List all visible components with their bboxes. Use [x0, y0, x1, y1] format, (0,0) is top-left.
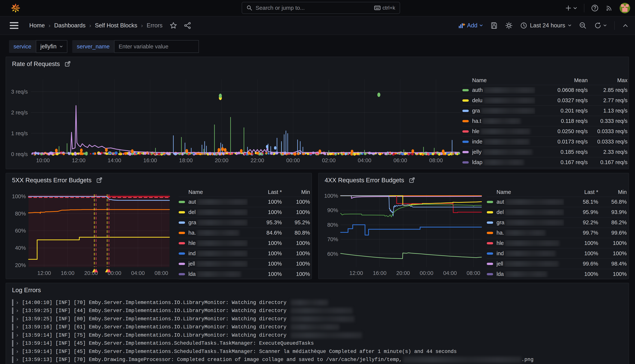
- 5xx-chart[interactable]: [29, 194, 170, 268]
- variable-service-value-dropdown[interactable]: jellyfin: [36, 40, 67, 53]
- redacted-series-name: [197, 240, 248, 246]
- new-button[interactable]: [565, 5, 577, 11]
- breadcrumb-current: Errors: [147, 22, 163, 29]
- series-name: ldap: [472, 159, 535, 166]
- legend-row[interactable]: jell100%100%: [179, 259, 310, 269]
- star-icon[interactable]: [170, 22, 177, 29]
- time-range-label: Last 24 hours: [530, 22, 565, 29]
- collapse-header-icon[interactable]: [622, 23, 628, 28]
- settings-gear-icon[interactable]: [505, 22, 513, 29]
- legend-col-name[interactable]: Name: [496, 189, 564, 195]
- legend-row[interactable]: gra95.3%95.2%: [179, 218, 310, 228]
- zoom-out-icon[interactable]: [579, 22, 586, 29]
- hamburger-icon: [10, 22, 19, 23]
- legend-row[interactable]: gra92.2%86.2%: [487, 218, 627, 228]
- log-level-bar: [12, 307, 13, 314]
- legend-row[interactable]: delu0.0327 req/s2.77 req/s: [462, 96, 627, 106]
- series-color-pill: [179, 252, 185, 255]
- legend-row[interactable]: aut100%100%: [179, 197, 310, 207]
- legend-rate: NameMeanMaxauth0.0608 req/s2.85 req/sdel…: [462, 76, 627, 168]
- legend-row[interactable]: jell99.6%98.4%: [487, 259, 627, 269]
- expand-log-icon[interactable]: ›: [16, 308, 19, 314]
- legend-row[interactable]: inde0.0173 req/s0.0333 req/s: [462, 137, 627, 147]
- legend-value-1: 0.185 req/s: [535, 149, 588, 155]
- legend-row[interactable]: ha.t0.118 req/s0.333 req/s: [462, 116, 627, 126]
- expand-log-icon[interactable]: ›: [16, 356, 19, 363]
- legend-value-2: 95.2%: [282, 220, 310, 226]
- news-button[interactable]: [605, 4, 613, 12]
- external-link-icon: [97, 177, 103, 183]
- legend-col-2[interactable]: Min: [598, 189, 627, 195]
- legend-row[interactable]: auth0.0608 req/s2.85 req/s: [462, 85, 627, 96]
- expand-log-icon[interactable]: ›: [16, 324, 19, 330]
- expand-log-icon[interactable]: ›: [16, 340, 19, 346]
- dashboard-quick-actions: [170, 22, 191, 29]
- search-input[interactable]: Search or jump to... ctrl+k: [242, 2, 400, 14]
- breadcrumb-folder[interactable]: Self Host Blocks: [95, 22, 137, 29]
- legend-row[interactable]: del95.9%93.9%: [487, 207, 627, 218]
- legend-row[interactable]: aut58.1%56.8%: [487, 197, 627, 207]
- legend-row[interactable]: lda100%100%: [487, 269, 627, 280]
- menu-toggle-button[interactable]: [10, 22, 19, 29]
- legend-col-2[interactable]: Max: [588, 77, 627, 84]
- legend-col-1[interactable]: Last *: [564, 189, 598, 195]
- refresh-button[interactable]: [594, 22, 607, 29]
- redacted-series-name: [482, 118, 521, 124]
- help-button[interactable]: [591, 4, 598, 12]
- legend-row[interactable]: del100%100%: [179, 207, 310, 218]
- expand-log-icon[interactable]: ›: [16, 332, 19, 338]
- log-row[interactable]: ›[13:59:25] [INF] [80] Emby.Server.Imple…: [12, 315, 625, 323]
- legend-row[interactable]: jelly0.185 req/s2.33 req/s: [462, 147, 627, 157]
- legend-row[interactable]: hle0.0250 req/s0.0333 req/s: [462, 126, 627, 137]
- legend-value-2: 56.8%: [598, 199, 627, 205]
- legend-value-2: 0.167 req/s: [588, 159, 627, 166]
- redacted-series-name: [483, 149, 532, 155]
- grafana-logo[interactable]: [11, 3, 21, 13]
- legend-row[interactable]: gra0.201 req/s1.13 req/s: [462, 106, 627, 116]
- series-name-prefix: jell: [188, 261, 195, 267]
- legend-col-2[interactable]: Min: [282, 189, 310, 195]
- variable-server-name-input[interactable]: Enter variable value: [114, 40, 199, 53]
- panel-5xx-title[interactable]: 5XX Requests Error Budgets: [12, 177, 103, 184]
- series-name: hle: [472, 128, 535, 135]
- user-avatar[interactable]: [619, 3, 630, 13]
- panel-logs-title[interactable]: Log Errors: [12, 286, 41, 294]
- redacted-series-name: [481, 108, 535, 114]
- log-row[interactable]: ›[13:59:14] [INF] [75] Emby.Server.Imple…: [12, 331, 625, 340]
- panel-4xx-title[interactable]: 4XX Requests Error Budgets: [325, 177, 415, 184]
- series-name-prefix: delu: [472, 97, 482, 104]
- legend-col-name[interactable]: Name: [188, 189, 248, 195]
- time-range-picker[interactable]: Last 24 hours: [520, 22, 571, 29]
- expand-log-icon[interactable]: ›: [16, 300, 19, 306]
- legend-col-1[interactable]: Mean: [535, 77, 588, 84]
- legend-row[interactable]: ha.99.7%99.6%: [487, 228, 627, 238]
- expand-log-icon[interactable]: ›: [16, 348, 19, 355]
- save-dashboard-icon[interactable]: [490, 22, 498, 29]
- rss-icon: [605, 4, 613, 12]
- legend-value-1: 0.0327 req/s: [535, 97, 588, 104]
- legend-row[interactable]: ha.84.6%80.8%: [179, 228, 310, 238]
- panel-rate-title[interactable]: Rate of Requests: [12, 60, 71, 68]
- log-row[interactable]: ›[13:59:13] [INF] [70] Emby.Drawing.Imag…: [12, 356, 625, 364]
- add-panel-button[interactable]: Add: [458, 22, 483, 29]
- legend-row[interactable]: hle100%100%: [487, 238, 627, 248]
- log-row[interactable]: ›[13:59:16] [INF] [61] Emby.Server.Imple…: [12, 323, 625, 331]
- 4xx-chart[interactable]: [341, 194, 481, 268]
- legend-col-name[interactable]: Name: [472, 77, 535, 84]
- log-row[interactable]: ›[13:59:25] [INF] [44] Emby.Server.Imple…: [12, 307, 625, 315]
- log-row[interactable]: ›[14:00:10] [INF] [70] Emby.Server.Imple…: [12, 298, 625, 307]
- log-row[interactable]: ›[13:59:14] [INF] [45] Emby.Server.Imple…: [12, 348, 625, 356]
- rate-chart[interactable]: [31, 79, 461, 154]
- legend-col-1[interactable]: Last *: [248, 189, 282, 195]
- legend-row[interactable]: ind100%100%: [487, 248, 627, 259]
- log-row[interactable]: ›[13:59:14] [INF] [45] Emby.Server.Imple…: [12, 340, 625, 348]
- breadcrumb-home[interactable]: Home: [29, 22, 45, 29]
- breadcrumb-dashboards[interactable]: Dashboards: [54, 22, 86, 29]
- legend-row[interactable]: hle100%100%: [179, 238, 310, 248]
- legend-row[interactable]: lda100%100%: [179, 269, 310, 280]
- series-name-prefix: gra: [188, 220, 196, 226]
- share-icon[interactable]: [184, 22, 191, 29]
- legend-row[interactable]: ldap0.167 req/s0.167 req/s: [462, 157, 627, 168]
- legend-row[interactable]: ind100%100%: [179, 248, 310, 259]
- expand-log-icon[interactable]: ›: [16, 316, 19, 322]
